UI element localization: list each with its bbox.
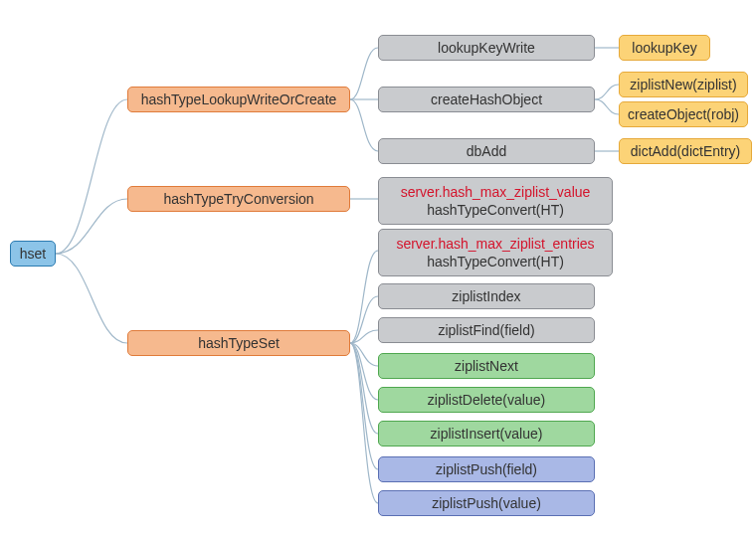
- node-tryconv-box: server.hash_max_ziplist_value hashTypeCo…: [378, 177, 613, 225]
- node-createObject: createObject(robj): [619, 101, 748, 127]
- node-hashTypeSet: hashTypeSet: [127, 330, 350, 356]
- tryconv-cond: server.hash_max_ziplist_value: [391, 183, 600, 201]
- node-lookupKeyWrite: lookupKeyWrite: [378, 35, 595, 61]
- set-cond: server.hash_max_ziplist_entries: [391, 235, 600, 253]
- node-hashTypeLookupWriteOrCreate: hashTypeLookupWriteOrCreate: [127, 87, 350, 112]
- node-dbAdd: dbAdd: [378, 138, 595, 164]
- node-ziplistNew: ziplistNew(ziplist): [619, 72, 748, 97]
- node-dictAdd: dictAdd(dictEntry): [619, 138, 752, 164]
- node-ziplistFind: ziplistFind(field): [378, 317, 595, 343]
- node-hset: hset: [10, 241, 56, 267]
- node-ziplistNext: ziplistNext: [378, 353, 595, 379]
- node-ziplistIndex: ziplistIndex: [378, 283, 595, 309]
- tryconv-action: hashTypeConvert(HT): [391, 201, 600, 219]
- node-lookupKey: lookupKey: [619, 35, 710, 61]
- node-createHashObject: createHashObject: [378, 87, 595, 112]
- node-ziplistInsert: ziplistInsert(value): [378, 421, 595, 447]
- node-ziplistPush-value: ziplistPush(value): [378, 490, 595, 516]
- node-set-cond-box: server.hash_max_ziplist_entries hashType…: [378, 229, 613, 276]
- set-action: hashTypeConvert(HT): [391, 253, 600, 270]
- node-hashTypeTryConversion: hashTypeTryConversion: [127, 186, 350, 212]
- node-ziplistDelete: ziplistDelete(value): [378, 387, 595, 413]
- node-ziplistPush-field: ziplistPush(field): [378, 456, 595, 482]
